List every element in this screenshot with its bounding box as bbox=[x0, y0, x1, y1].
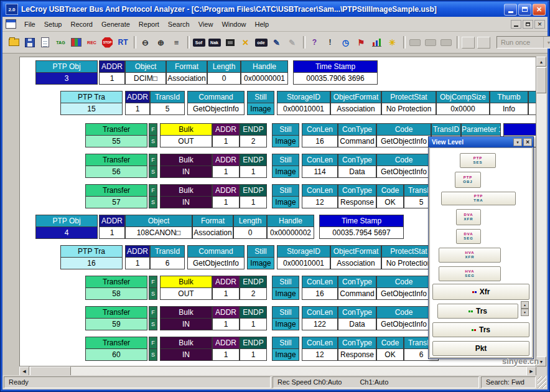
transfer-58-cell-code[interactable]: CodeGetObjectInfo bbox=[376, 276, 431, 300]
combo-dropdown-icon[interactable] bbox=[543, 37, 550, 48]
transfer-59-cell-conlen[interactable]: ConLen122 bbox=[302, 306, 338, 330]
palette-scroll-down-button[interactable] bbox=[521, 309, 529, 316]
transfer-58-cell-still[interactable]: StillImage bbox=[272, 276, 299, 300]
palette-close-button[interactable] bbox=[523, 138, 532, 146]
channels-icon[interactable] bbox=[69, 35, 83, 50]
transfer-57-cell-endp[interactable]: ENDP1 bbox=[240, 184, 267, 208]
scroll-up-button[interactable]: ▲ bbox=[536, 57, 546, 67]
transfer-60-cell-conlen[interactable]: ConLen12 bbox=[302, 337, 338, 361]
transfer-56-cell-conlen[interactable]: ConLen114 bbox=[302, 154, 338, 178]
minimize-button[interactable] bbox=[504, 4, 517, 16]
transfer-56-label[interactable]: Transfer56 bbox=[85, 154, 147, 178]
transfer-57-cell-bulk[interactable]: BulkIN bbox=[160, 184, 212, 208]
palette-scroll-up-button[interactable] bbox=[521, 301, 529, 309]
transfer-56-cell-endp[interactable]: ENDP1 bbox=[240, 154, 267, 178]
ptp-tra-16-cell-objectformat[interactable]: ObjectFormatAssociation bbox=[330, 245, 381, 269]
vertical-scrollbar[interactable]: ▲ ▼ bbox=[536, 57, 546, 366]
help-icon[interactable]: ? bbox=[307, 35, 322, 50]
transfer-55-cell-addr[interactable]: ADDR1 bbox=[212, 123, 240, 147]
hide-x-icon[interactable]: ✕ bbox=[238, 35, 253, 50]
open-file-icon[interactable] bbox=[7, 35, 21, 50]
ptp-obj-4-label[interactable]: PTP Obj4 bbox=[35, 215, 98, 239]
ptp-obj-4-cell-time-stamp[interactable]: Time Stamp00035.7954 5697 bbox=[319, 215, 404, 239]
transfer-57-cell-code[interactable]: CodeOK bbox=[376, 184, 404, 208]
view-level-button-1-ptp-obj[interactable]: PTPOBJ bbox=[455, 172, 481, 188]
mdi-close-button[interactable] bbox=[534, 20, 545, 29]
settings-icon[interactable]: ✳ bbox=[385, 35, 399, 50]
ptp-tra-16-cell-storageid[interactable]: StorageID0x00010001 bbox=[277, 245, 330, 269]
ptp-obj-4-cell-addr[interactable]: ADDR1 bbox=[99, 215, 125, 239]
transfer-56-cell-still[interactable]: StillImage bbox=[272, 154, 299, 178]
ptp-tra-15-cell-protectstat[interactable]: ProtectStatNo Protection bbox=[381, 91, 436, 115]
transfer-57-cell-still[interactable]: StillImage bbox=[272, 184, 299, 208]
menu-generate[interactable]: Generate bbox=[97, 19, 134, 30]
transfer-60-cell-bulk[interactable]: BulkIN bbox=[160, 337, 212, 361]
ptp-tra-15-cell-im[interactable]: ImIn bbox=[528, 91, 536, 115]
ptp-tra-15-cell-still[interactable]: StillImage bbox=[247, 91, 274, 115]
menu-record[interactable]: Record bbox=[66, 19, 96, 30]
transfer-60-cell-code[interactable]: CodeOK bbox=[376, 337, 404, 361]
transfer-60-cell-still[interactable]: StillImage bbox=[272, 337, 299, 361]
hide-sof-icon[interactable]: Sof bbox=[192, 35, 206, 50]
palette-rollup-button[interactable] bbox=[513, 138, 522, 146]
transfer-56-cell-contype[interactable]: ConTypeData bbox=[338, 154, 376, 178]
transfer-58-cell-addr[interactable]: ADDR1 bbox=[212, 276, 240, 300]
menu-help[interactable]: Help bbox=[251, 19, 274, 30]
ptp-obj-3-cell-handle[interactable]: Handle0x00000001 bbox=[241, 60, 288, 85]
save-icon[interactable] bbox=[22, 35, 37, 50]
transfer-58-cell-conlen[interactable]: ConLen16 bbox=[302, 276, 338, 300]
ptp-tra-16-cell-still[interactable]: StillImage bbox=[247, 245, 274, 269]
vertical-scroll-thumb[interactable] bbox=[536, 67, 546, 93]
transfer-59-cell-code[interactable]: CodeGetObjectInfo bbox=[376, 306, 431, 330]
ptp-obj-4-cell-handle[interactable]: Handle0x00000002 bbox=[267, 215, 314, 239]
menu-setup[interactable]: Setup bbox=[40, 19, 67, 30]
menu-file[interactable]: File bbox=[20, 19, 40, 30]
record-icon[interactable]: REC bbox=[85, 35, 99, 50]
transfer-59-cell-addr[interactable]: ADDR1 bbox=[212, 306, 240, 330]
transfer-55-cell-bulk[interactable]: BulkOUT bbox=[160, 123, 212, 147]
ptp-tra-15-cell-addr[interactable]: ADDR1 bbox=[125, 91, 150, 115]
view-level-button-6-hva-seg[interactable]: HVASEG bbox=[439, 266, 501, 281]
ptp-tra-15-cell-storageid[interactable]: StorageID0x00010001 bbox=[277, 91, 330, 115]
transfer-55-label[interactable]: Transfer55 bbox=[85, 123, 147, 147]
transfer-57-cell-conlen[interactable]: ConLen12 bbox=[302, 184, 338, 208]
transfer-58-cell-bulk[interactable]: BulkOUT bbox=[160, 276, 212, 300]
palette-title-bar[interactable]: View Level bbox=[429, 137, 533, 147]
flag-icon[interactable]: ⚑ bbox=[354, 35, 368, 50]
statistics-icon[interactable] bbox=[370, 35, 384, 50]
decode-icon[interactable]: ode bbox=[254, 35, 268, 50]
ptp-tra-16-label[interactable]: PTP Tra16 bbox=[60, 245, 123, 269]
transfer-60-cell-endp[interactable]: ENDP1 bbox=[240, 337, 267, 361]
menu-search[interactable]: Search bbox=[164, 19, 194, 30]
transfer-55-cell-contype[interactable]: ConTypeCommand bbox=[338, 123, 376, 147]
ptp-tra-15-cell-thumb[interactable]: ThumbInfo bbox=[490, 91, 528, 115]
view-level-button-3-dva-xfr[interactable]: DVAXFR bbox=[456, 209, 481, 225]
ptp-tra-15-cell-objectformat[interactable]: ObjectFormatAssociation bbox=[330, 91, 381, 115]
transfer-59-cell-still[interactable]: StillImage bbox=[272, 306, 299, 330]
view-level-button-10-pkt[interactable]: Pkt bbox=[432, 341, 529, 356]
ptp-tra-16-cell-transid[interactable]: TransId6 bbox=[150, 245, 185, 269]
ptp-obj-4-cell-object[interactable]: Object108CANON□ bbox=[125, 215, 192, 239]
maximize-button[interactable] bbox=[518, 4, 531, 16]
transfer-55-cell-still[interactable]: StillImage bbox=[272, 123, 299, 147]
transfer-57-label[interactable]: Transfer57 bbox=[85, 184, 147, 208]
realtime-icon[interactable]: RT bbox=[116, 35, 130, 50]
ptp-tra-16-cell-addr[interactable]: ADDR1 bbox=[125, 245, 150, 269]
ptp-tra-15-cell-objcompsize[interactable]: ObjCompSize0x0000 bbox=[436, 91, 490, 115]
run-once-combobox[interactable]: Run once bbox=[496, 36, 550, 49]
mdi-system-icon[interactable] bbox=[6, 19, 16, 29]
transfer-59-label[interactable]: Transfer59 bbox=[85, 306, 147, 330]
ptp-obj-3-cell-object[interactable]: ObjectDCIM□ bbox=[125, 60, 166, 85]
view-level-button-0-ptp-ses[interactable]: PTPSES bbox=[460, 153, 496, 168]
menu-window[interactable]: Window bbox=[217, 19, 250, 30]
ptp-obj-3-cell-length[interactable]: Length0 bbox=[207, 60, 241, 85]
transfer-60-cell-contype[interactable]: ConTypeResponse bbox=[338, 337, 376, 361]
transfer-59-cell-bulk[interactable]: BulkIN bbox=[160, 306, 212, 330]
menu-view[interactable]: View bbox=[194, 19, 218, 30]
transfer-57-cell-contype[interactable]: ConTypeResponse bbox=[338, 184, 376, 208]
hide-nak-icon[interactable]: Nak bbox=[207, 35, 221, 50]
ptp-tra-15-cell-command[interactable]: CommandGetObjectInfo bbox=[187, 91, 245, 115]
zoom-out-icon[interactable]: ⊖ bbox=[138, 35, 152, 50]
edit-pencil-icon[interactable]: ✎ bbox=[269, 35, 284, 50]
close-button[interactable] bbox=[533, 4, 546, 16]
